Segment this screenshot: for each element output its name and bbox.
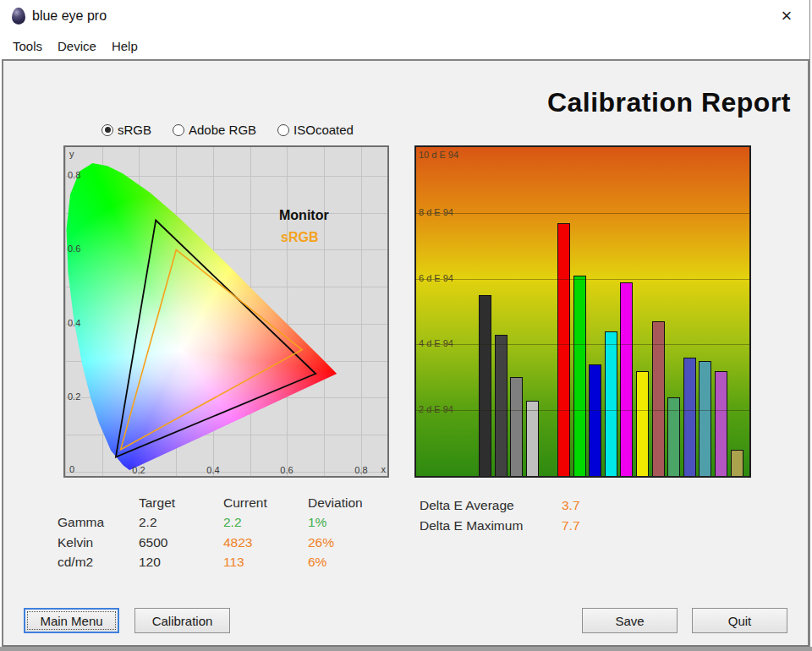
gridline-6dE	[416, 279, 749, 280]
origin-tick: 0	[69, 464, 74, 474]
delta-bar-sea-green	[667, 397, 680, 476]
target-value: 2.2	[139, 515, 223, 530]
radio-adobe-rgb[interactable]: Adobe RGB	[173, 123, 256, 137]
gamut-selector: sRGBAdobe RGBISOcoated	[102, 123, 354, 137]
table-header-target: Target	[139, 495, 223, 511]
title-bar: blue eye pro ×	[0, 0, 812, 32]
save-button[interactable]: Save	[582, 608, 678, 633]
x-axis-label: x	[381, 464, 387, 474]
gamut-triangles	[65, 147, 387, 476]
table-header-deviation: Deviation	[308, 495, 401, 511]
menu-device[interactable]: Device	[50, 36, 104, 57]
x-tick: 0.2	[132, 465, 145, 475]
delta-maximum-value: 7.7	[562, 518, 580, 533]
delta-bar-green	[573, 276, 586, 476]
quit-button[interactable]: Quit	[692, 608, 787, 633]
delta-bar-yellow	[636, 371, 649, 477]
radio-srgb[interactable]: sRGB	[102, 123, 151, 137]
target-value: 6500	[139, 535, 223, 550]
y-tick: 0.8	[68, 170, 80, 180]
delta-bar-cyan	[605, 331, 617, 476]
target-value: 120	[139, 555, 223, 570]
gridline-2dE	[416, 410, 749, 411]
radio-icon[interactable]	[173, 124, 184, 136]
menu-help[interactable]: Help	[104, 36, 145, 57]
radio-icon[interactable]	[102, 124, 113, 136]
radio-label: sRGB	[118, 123, 151, 137]
monitor-gamut-triangle	[116, 221, 315, 457]
x-tick: 0.4	[206, 465, 219, 475]
y-tick: 0.2	[68, 391, 80, 402]
delta-bar-dark-gray	[495, 335, 508, 476]
delta-bar-red	[557, 223, 570, 477]
y-axis-label: y	[69, 149, 74, 159]
cie-chromaticity-chart: y 0.8 0.6 0.4 0.2 0 0.2 0.4 0.6 0.8 x Mo…	[63, 145, 389, 478]
window-bottom-frame	[0, 647, 812, 651]
delta-bar-khaki	[731, 450, 743, 476]
radio-label: Adobe RGB	[189, 123, 256, 137]
axis-label-6dE: 6 d E 94	[419, 273, 453, 283]
close-icon[interactable]: ×	[776, 5, 798, 27]
axis-label-10dE: 10 d E 94	[419, 150, 458, 160]
axis-label-8dE: 8 d E 94	[419, 207, 453, 217]
current-value: 113	[223, 555, 308, 570]
delta-e-summary: Delta E Average 3.7 Delta E Maximum 7.7	[420, 495, 580, 536]
deviation-value: 26%	[308, 535, 401, 550]
y-tick: 0.6	[68, 243, 80, 254]
delta-average-value: 3.7	[562, 498, 580, 513]
axis-label-4dE: 4 d E 94	[419, 338, 453, 348]
calibration-button[interactable]: Calibration	[134, 608, 230, 633]
delta-bar-magenta	[620, 282, 633, 477]
delta-bar-black	[479, 295, 491, 476]
menu-bar: Tools Device Help	[0, 32, 812, 59]
window-title: blue eye pro	[32, 8, 107, 24]
radio-isocoated[interactable]: ISOcoated	[277, 123, 354, 137]
app-window: blue eye pro × Tools Device Help Calibra…	[0, 0, 812, 651]
row-label-gamma: Gamma	[58, 515, 139, 530]
row-label-kelvin: Kelvin	[58, 535, 139, 550]
app-icon	[12, 8, 25, 25]
delta-average-label: Delta E Average	[420, 498, 562, 513]
calibration-results-table: TargetCurrentDeviationGamma2.22.21%Kelvi…	[58, 493, 401, 572]
x-tick: 0.8	[354, 465, 367, 475]
current-value: 4823	[223, 535, 308, 550]
delta-bar-slate-blue	[683, 358, 696, 476]
srgb-gamut-triangle	[121, 249, 302, 449]
delta-bar-blue	[589, 364, 601, 476]
main-menu-button[interactable]: Main Menu	[24, 608, 119, 633]
radio-icon[interactable]	[277, 124, 289, 136]
page-title: Calibration Report	[547, 87, 791, 118]
delta-bar-teal	[699, 361, 711, 476]
client-area: Calibration Report sRGBAdobe RGBISOcoate…	[2, 59, 809, 647]
table-header-current: Current	[223, 495, 308, 511]
deviation-value: 1%	[308, 515, 401, 530]
gridline-8dE	[416, 213, 749, 214]
axis-label-2dE: 2 d E 94	[419, 404, 453, 414]
delta-bar-light-gray	[526, 401, 539, 477]
delta-bar-orchid	[715, 371, 727, 477]
menu-tools[interactable]: Tools	[5, 36, 50, 57]
current-value: 2.2	[223, 515, 308, 530]
x-tick: 0.6	[280, 465, 293, 475]
row-label-cd/m2: cd/m2	[58, 555, 139, 570]
y-tick: 0.4	[68, 318, 80, 328]
delta-bar-gray	[510, 377, 523, 476]
delta-e-bar-chart: 10 d E 948 d E 946 d E 944 d E 942 d E 9…	[414, 145, 751, 478]
legend-monitor: Monitor	[279, 208, 329, 223]
radio-label: ISOcoated	[294, 123, 354, 137]
delta-maximum-label: Delta E Maximum	[420, 518, 562, 533]
deviation-value: 6%	[308, 555, 401, 570]
gridline-4dE	[416, 344, 749, 345]
legend-srgb: sRGB	[281, 230, 318, 245]
delta-bars	[479, 147, 745, 476]
